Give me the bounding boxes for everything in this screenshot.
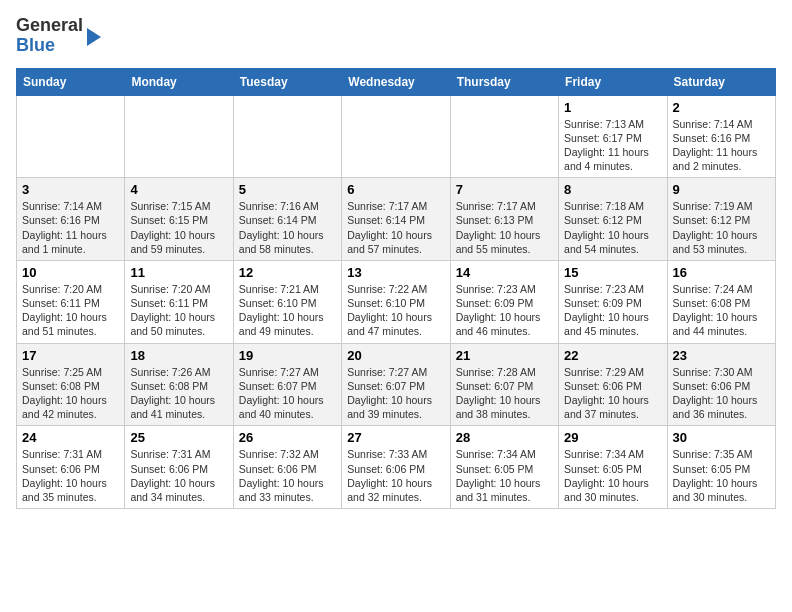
day-info: Sunrise: 7:34 AMSunset: 6:05 PMDaylight:… <box>564 447 661 504</box>
day-number: 28 <box>456 430 553 445</box>
day-info: Sunrise: 7:25 AMSunset: 6:08 PMDaylight:… <box>22 365 119 422</box>
day-info: Sunrise: 7:26 AMSunset: 6:08 PMDaylight:… <box>130 365 227 422</box>
day-info: Sunrise: 7:21 AMSunset: 6:10 PMDaylight:… <box>239 282 336 339</box>
weekday-header-saturday: Saturday <box>667 68 775 95</box>
calendar-day-empty <box>17 95 125 178</box>
day-info: Sunrise: 7:33 AMSunset: 6:06 PMDaylight:… <box>347 447 444 504</box>
logo: General Blue <box>16 16 101 56</box>
day-number: 17 <box>22 348 119 363</box>
calendar-week-row: 3Sunrise: 7:14 AMSunset: 6:16 PMDaylight… <box>17 178 776 261</box>
weekday-header-tuesday: Tuesday <box>233 68 341 95</box>
calendar-day-21: 21Sunrise: 7:28 AMSunset: 6:07 PMDayligh… <box>450 343 558 426</box>
day-number: 14 <box>456 265 553 280</box>
calendar-day-17: 17Sunrise: 7:25 AMSunset: 6:08 PMDayligh… <box>17 343 125 426</box>
day-info: Sunrise: 7:19 AMSunset: 6:12 PMDaylight:… <box>673 199 770 256</box>
calendar-day-1: 1Sunrise: 7:13 AMSunset: 6:17 PMDaylight… <box>559 95 667 178</box>
calendar-day-6: 6Sunrise: 7:17 AMSunset: 6:14 PMDaylight… <box>342 178 450 261</box>
weekday-header-monday: Monday <box>125 68 233 95</box>
logo-blue: Blue <box>16 35 55 55</box>
calendar-day-7: 7Sunrise: 7:17 AMSunset: 6:13 PMDaylight… <box>450 178 558 261</box>
calendar-week-row: 17Sunrise: 7:25 AMSunset: 6:08 PMDayligh… <box>17 343 776 426</box>
day-info: Sunrise: 7:17 AMSunset: 6:14 PMDaylight:… <box>347 199 444 256</box>
day-info: Sunrise: 7:18 AMSunset: 6:12 PMDaylight:… <box>564 199 661 256</box>
calendar-day-13: 13Sunrise: 7:22 AMSunset: 6:10 PMDayligh… <box>342 260 450 343</box>
day-info: Sunrise: 7:15 AMSunset: 6:15 PMDaylight:… <box>130 199 227 256</box>
calendar-day-empty <box>450 95 558 178</box>
calendar-week-row: 1Sunrise: 7:13 AMSunset: 6:17 PMDaylight… <box>17 95 776 178</box>
calendar-table: SundayMondayTuesdayWednesdayThursdayFrid… <box>16 68 776 509</box>
logo-arrow-icon <box>87 28 101 46</box>
day-info: Sunrise: 7:31 AMSunset: 6:06 PMDaylight:… <box>130 447 227 504</box>
day-number: 27 <box>347 430 444 445</box>
page-header: General Blue <box>16 16 776 56</box>
day-number: 12 <box>239 265 336 280</box>
day-number: 6 <box>347 182 444 197</box>
day-info: Sunrise: 7:31 AMSunset: 6:06 PMDaylight:… <box>22 447 119 504</box>
weekday-header-sunday: Sunday <box>17 68 125 95</box>
day-info: Sunrise: 7:14 AMSunset: 6:16 PMDaylight:… <box>22 199 119 256</box>
day-number: 23 <box>673 348 770 363</box>
day-number: 3 <box>22 182 119 197</box>
day-number: 2 <box>673 100 770 115</box>
calendar-day-23: 23Sunrise: 7:30 AMSunset: 6:06 PMDayligh… <box>667 343 775 426</box>
calendar-day-4: 4Sunrise: 7:15 AMSunset: 6:15 PMDaylight… <box>125 178 233 261</box>
day-number: 7 <box>456 182 553 197</box>
day-info: Sunrise: 7:23 AMSunset: 6:09 PMDaylight:… <box>456 282 553 339</box>
day-info: Sunrise: 7:24 AMSunset: 6:08 PMDaylight:… <box>673 282 770 339</box>
day-info: Sunrise: 7:29 AMSunset: 6:06 PMDaylight:… <box>564 365 661 422</box>
weekday-header-wednesday: Wednesday <box>342 68 450 95</box>
day-info: Sunrise: 7:28 AMSunset: 6:07 PMDaylight:… <box>456 365 553 422</box>
calendar-day-10: 10Sunrise: 7:20 AMSunset: 6:11 PMDayligh… <box>17 260 125 343</box>
day-number: 13 <box>347 265 444 280</box>
calendar-day-14: 14Sunrise: 7:23 AMSunset: 6:09 PMDayligh… <box>450 260 558 343</box>
calendar-day-5: 5Sunrise: 7:16 AMSunset: 6:14 PMDaylight… <box>233 178 341 261</box>
weekday-header-row: SundayMondayTuesdayWednesdayThursdayFrid… <box>17 68 776 95</box>
day-number: 20 <box>347 348 444 363</box>
day-number: 5 <box>239 182 336 197</box>
day-info: Sunrise: 7:30 AMSunset: 6:06 PMDaylight:… <box>673 365 770 422</box>
day-info: Sunrise: 7:27 AMSunset: 6:07 PMDaylight:… <box>239 365 336 422</box>
day-number: 1 <box>564 100 661 115</box>
calendar-day-18: 18Sunrise: 7:26 AMSunset: 6:08 PMDayligh… <box>125 343 233 426</box>
calendar-day-empty <box>233 95 341 178</box>
day-info: Sunrise: 7:35 AMSunset: 6:05 PMDaylight:… <box>673 447 770 504</box>
day-number: 8 <box>564 182 661 197</box>
calendar-day-9: 9Sunrise: 7:19 AMSunset: 6:12 PMDaylight… <box>667 178 775 261</box>
calendar-day-20: 20Sunrise: 7:27 AMSunset: 6:07 PMDayligh… <box>342 343 450 426</box>
day-info: Sunrise: 7:20 AMSunset: 6:11 PMDaylight:… <box>22 282 119 339</box>
calendar-day-3: 3Sunrise: 7:14 AMSunset: 6:16 PMDaylight… <box>17 178 125 261</box>
day-number: 4 <box>130 182 227 197</box>
calendar-week-row: 24Sunrise: 7:31 AMSunset: 6:06 PMDayligh… <box>17 426 776 509</box>
weekday-header-thursday: Thursday <box>450 68 558 95</box>
calendar-day-2: 2Sunrise: 7:14 AMSunset: 6:16 PMDaylight… <box>667 95 775 178</box>
calendar-day-30: 30Sunrise: 7:35 AMSunset: 6:05 PMDayligh… <box>667 426 775 509</box>
calendar-day-19: 19Sunrise: 7:27 AMSunset: 6:07 PMDayligh… <box>233 343 341 426</box>
day-info: Sunrise: 7:14 AMSunset: 6:16 PMDaylight:… <box>673 117 770 174</box>
day-number: 22 <box>564 348 661 363</box>
calendar-day-28: 28Sunrise: 7:34 AMSunset: 6:05 PMDayligh… <box>450 426 558 509</box>
day-info: Sunrise: 7:27 AMSunset: 6:07 PMDaylight:… <box>347 365 444 422</box>
calendar-day-empty <box>125 95 233 178</box>
day-number: 21 <box>456 348 553 363</box>
calendar-day-25: 25Sunrise: 7:31 AMSunset: 6:06 PMDayligh… <box>125 426 233 509</box>
logo-general: General <box>16 15 83 35</box>
day-info: Sunrise: 7:34 AMSunset: 6:05 PMDaylight:… <box>456 447 553 504</box>
day-number: 15 <box>564 265 661 280</box>
calendar-day-24: 24Sunrise: 7:31 AMSunset: 6:06 PMDayligh… <box>17 426 125 509</box>
day-number: 11 <box>130 265 227 280</box>
calendar-day-empty <box>342 95 450 178</box>
day-number: 30 <box>673 430 770 445</box>
day-info: Sunrise: 7:20 AMSunset: 6:11 PMDaylight:… <box>130 282 227 339</box>
day-number: 26 <box>239 430 336 445</box>
weekday-header-friday: Friday <box>559 68 667 95</box>
calendar-day-11: 11Sunrise: 7:20 AMSunset: 6:11 PMDayligh… <box>125 260 233 343</box>
day-info: Sunrise: 7:16 AMSunset: 6:14 PMDaylight:… <box>239 199 336 256</box>
calendar-week-row: 10Sunrise: 7:20 AMSunset: 6:11 PMDayligh… <box>17 260 776 343</box>
calendar-day-16: 16Sunrise: 7:24 AMSunset: 6:08 PMDayligh… <box>667 260 775 343</box>
day-info: Sunrise: 7:22 AMSunset: 6:10 PMDaylight:… <box>347 282 444 339</box>
day-number: 24 <box>22 430 119 445</box>
day-number: 25 <box>130 430 227 445</box>
calendar-day-8: 8Sunrise: 7:18 AMSunset: 6:12 PMDaylight… <box>559 178 667 261</box>
calendar-day-29: 29Sunrise: 7:34 AMSunset: 6:05 PMDayligh… <box>559 426 667 509</box>
calendar-day-27: 27Sunrise: 7:33 AMSunset: 6:06 PMDayligh… <box>342 426 450 509</box>
